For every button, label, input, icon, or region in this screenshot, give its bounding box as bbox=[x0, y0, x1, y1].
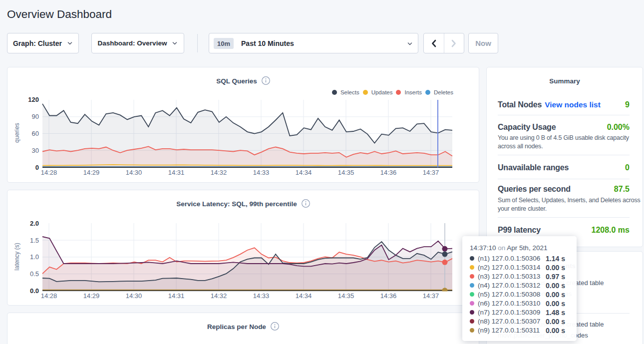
svg-text:14:32: 14:32 bbox=[211, 292, 227, 300]
svg-text:14:35: 14:35 bbox=[338, 169, 354, 176]
svg-text:14:34: 14:34 bbox=[296, 169, 312, 176]
svg-text:14:29: 14:29 bbox=[83, 292, 100, 300]
svg-text:14:28: 14:28 bbox=[41, 169, 57, 176]
svg-text:14:37: 14:37 bbox=[423, 292, 439, 300]
svg-text:1.5: 1.5 bbox=[30, 237, 39, 244]
svg-text:14:37: 14:37 bbox=[423, 169, 439, 176]
svg-text:0.5: 0.5 bbox=[30, 270, 39, 278]
svg-text:14:28: 14:28 bbox=[41, 292, 57, 300]
svg-text:14:36: 14:36 bbox=[380, 292, 397, 300]
svg-text:2.0: 2.0 bbox=[30, 220, 39, 227]
svg-text:14:34: 14:34 bbox=[296, 292, 312, 300]
svg-text:latency (s): latency (s) bbox=[13, 243, 20, 270]
svg-text:90: 90 bbox=[32, 113, 39, 120]
svg-text:60: 60 bbox=[32, 130, 39, 137]
svg-text:14:29: 14:29 bbox=[83, 169, 100, 176]
svg-text:queries: queries bbox=[13, 123, 20, 142]
svg-text:0.0: 0.0 bbox=[30, 287, 39, 295]
svg-text:120: 120 bbox=[28, 96, 39, 103]
svg-text:14:30: 14:30 bbox=[126, 292, 142, 300]
svg-text:0: 0 bbox=[35, 164, 39, 171]
svg-text:14:31: 14:31 bbox=[168, 169, 185, 176]
svg-text:30: 30 bbox=[32, 147, 39, 154]
svg-text:1.0: 1.0 bbox=[30, 253, 39, 261]
svg-text:14:33: 14:33 bbox=[253, 169, 270, 176]
svg-text:14:35: 14:35 bbox=[338, 292, 354, 300]
svg-text:14:31: 14:31 bbox=[168, 292, 185, 300]
svg-text:14:32: 14:32 bbox=[211, 169, 227, 176]
svg-text:14:33: 14:33 bbox=[253, 292, 270, 300]
svg-text:14:36: 14:36 bbox=[380, 169, 397, 176]
svg-text:14:30: 14:30 bbox=[126, 169, 142, 176]
